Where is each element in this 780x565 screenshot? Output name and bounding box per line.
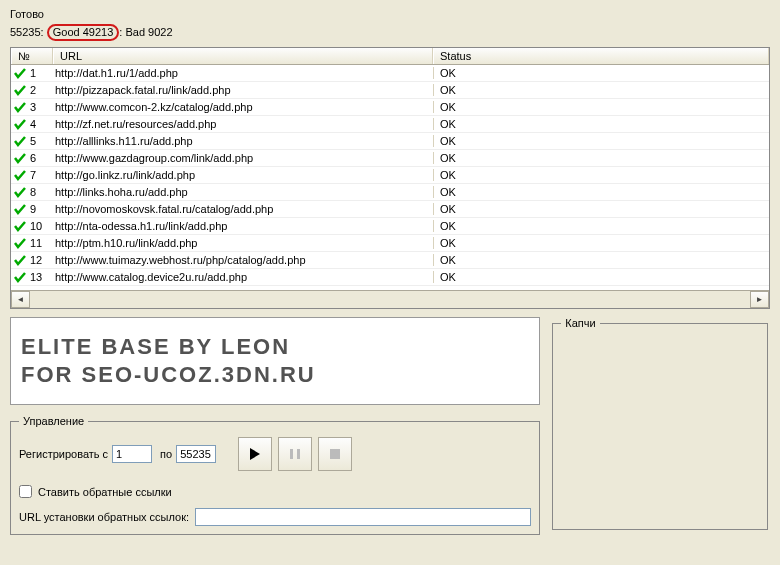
results-grid[interactable]: № URL Status 1http://dat.h1.ru/1/add.php… <box>10 47 770 309</box>
cell-status: OK <box>433 135 769 147</box>
checkmark-icon <box>13 67 26 80</box>
cell-num: 9 <box>11 203 53 216</box>
cell-num: 11 <box>11 237 53 250</box>
cell-num: 3 <box>11 101 53 114</box>
table-row[interactable]: 1http://dat.h1.ru/1/add.phpOK <box>11 65 769 82</box>
pause-button[interactable] <box>278 437 312 471</box>
count-total: 55235 <box>10 26 41 38</box>
checkmark-icon <box>13 169 26 182</box>
cell-status: OK <box>433 271 769 283</box>
cell-num: 6 <box>11 152 53 165</box>
stop-icon <box>329 448 341 460</box>
backlinks-checkbox[interactable] <box>19 485 32 498</box>
count-good-value: 49213 <box>83 26 114 38</box>
checkmark-icon <box>13 271 26 284</box>
table-row[interactable]: 10http://nta-odessa.h1.ru/link/add.phpOK <box>11 218 769 235</box>
col-header-status[interactable]: Status <box>433 48 769 64</box>
cell-url: http://alllinks.h11.ru/add.php <box>53 135 433 147</box>
cell-url: http://go.linkz.ru/link/add.php <box>53 169 433 181</box>
cell-status: OK <box>433 84 769 96</box>
scroll-left-button[interactable]: ◄ <box>11 291 30 308</box>
cell-num: 1 <box>11 67 53 80</box>
stop-button[interactable] <box>318 437 352 471</box>
table-row[interactable]: 9http://novomoskovsk.fatal.ru/catalog/ad… <box>11 201 769 218</box>
cell-num: 4 <box>11 118 53 131</box>
status-text: Готово <box>0 0 780 20</box>
cell-url: http://www.tuimazy.webhost.ru/php/catalo… <box>53 254 433 266</box>
cell-status: OK <box>433 118 769 130</box>
register-from-label: Регистрировать с <box>19 448 108 460</box>
cell-num: 7 <box>11 169 53 182</box>
checkmark-icon <box>13 118 26 131</box>
checkmark-icon <box>13 237 26 250</box>
backlinks-url-label: URL установки обратных ссылок: <box>19 511 189 523</box>
grid-header: № URL Status <box>11 48 769 65</box>
banner-line2: FOR SEO-UCOZ.3DN.RU <box>21 361 529 389</box>
register-to-input[interactable] <box>176 445 216 463</box>
banner-line1: ELITE BASE BY LEON <box>21 333 529 361</box>
col-header-num[interactable]: № <box>11 48 53 64</box>
checkmark-icon <box>13 220 26 233</box>
table-row[interactable]: 8http://links.hoha.ru/add.phpOK <box>11 184 769 201</box>
table-row[interactable]: 12http://www.tuimazy.webhost.ru/php/cata… <box>11 252 769 269</box>
cell-num: 8 <box>11 186 53 199</box>
svg-marker-0 <box>250 448 260 460</box>
cell-url: http://www.comcon-2.kz/catalog/add.php <box>53 101 433 113</box>
cell-num: 2 <box>11 84 53 97</box>
horizontal-scrollbar[interactable]: ◄ ► <box>11 290 769 308</box>
cell-url: http://links.hoha.ru/add.php <box>53 186 433 198</box>
captcha-panel: Капчи <box>552 317 768 530</box>
checkmark-icon <box>13 152 26 165</box>
table-row[interactable]: 2http://pizzapack.fatal.ru/link/add.phpO… <box>11 82 769 99</box>
backlinks-url-input[interactable] <box>195 508 531 526</box>
cell-url: http://nta-odessa.h1.ru/link/add.php <box>53 220 433 232</box>
table-row[interactable]: 5http://alllinks.h11.ru/add.phpOK <box>11 133 769 150</box>
register-from-input[interactable] <box>112 445 152 463</box>
captcha-legend: Капчи <box>561 317 599 329</box>
cell-num: 12 <box>11 254 53 267</box>
checkmark-icon <box>13 101 26 114</box>
svg-rect-3 <box>330 449 340 459</box>
table-row[interactable]: 6http://www.gazdagroup.com/link/add.phpO… <box>11 150 769 167</box>
cell-url: http://www.gazdagroup.com/link/add.php <box>53 152 433 164</box>
cell-url: http://ptm.h10.ru/link/add.php <box>53 237 433 249</box>
play-icon <box>249 447 261 461</box>
checkmark-icon <box>13 84 26 97</box>
table-row[interactable]: 3http://www.comcon-2.kz/catalog/add.phpO… <box>11 99 769 116</box>
table-row[interactable]: 4http://zf.net.ru/resources/add.phpOK <box>11 116 769 133</box>
count-bad-label: Bad <box>125 26 145 38</box>
register-to-label: по <box>160 448 172 460</box>
checkmark-icon <box>13 254 26 267</box>
cell-url: http://dat.h1.ru/1/add.php <box>53 67 433 79</box>
cell-status: OK <box>433 67 769 79</box>
svg-rect-1 <box>290 449 293 459</box>
table-row[interactable]: 7http://go.linkz.ru/link/add.phpOK <box>11 167 769 184</box>
management-legend: Управление <box>19 415 88 427</box>
cell-url: http://www.catalog.device2u.ru/add.php <box>53 271 433 283</box>
cell-url: http://novomoskovsk.fatal.ru/catalog/add… <box>53 203 433 215</box>
checkmark-icon <box>13 135 26 148</box>
cell-url: http://pizzapack.fatal.ru/link/add.php <box>53 84 433 96</box>
management-panel: Управление Регистрировать с по С <box>10 415 540 535</box>
backlinks-checkbox-label: Ставить обратные ссылки <box>38 486 172 498</box>
svg-rect-2 <box>297 449 300 459</box>
checkmark-icon <box>13 186 26 199</box>
table-row[interactable]: 13http://www.catalog.device2u.ru/add.php… <box>11 269 769 286</box>
cell-status: OK <box>433 220 769 232</box>
pause-icon <box>289 448 301 460</box>
banner: ELITE BASE BY LEON FOR SEO-UCOZ.3DN.RU <box>10 317 540 405</box>
cell-num: 5 <box>11 135 53 148</box>
table-row[interactable]: 11http://ptm.h10.ru/link/add.phpOK <box>11 235 769 252</box>
col-header-url[interactable]: URL <box>53 48 433 64</box>
cell-num: 13 <box>11 271 53 284</box>
cell-status: OK <box>433 254 769 266</box>
grid-body[interactable]: 1http://dat.h1.ru/1/add.phpOK2http://piz… <box>11 65 769 290</box>
checkmark-icon <box>13 203 26 216</box>
counts: 55235: Good 49213 : Bad 9022 <box>0 20 780 47</box>
scroll-right-button[interactable]: ► <box>750 291 769 308</box>
cell-num: 10 <box>11 220 53 233</box>
cell-status: OK <box>433 203 769 215</box>
play-button[interactable] <box>238 437 272 471</box>
count-good-label: Good <box>53 26 80 38</box>
cell-status: OK <box>433 101 769 113</box>
